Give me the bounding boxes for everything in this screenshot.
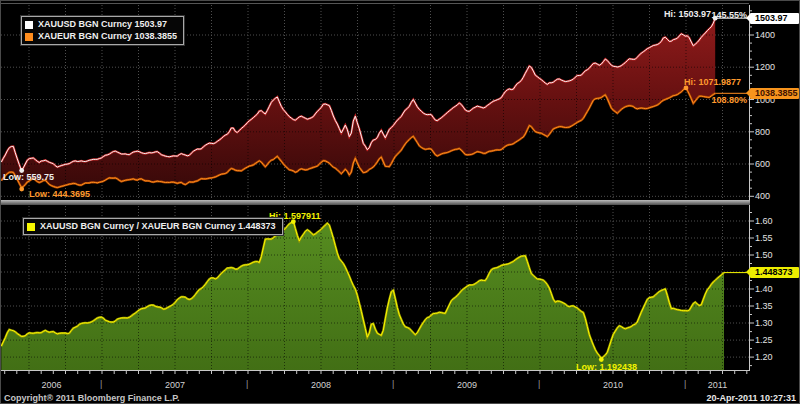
y-axis-tick-label: 1.30 — [755, 318, 773, 328]
y-axis-tick-label: 800 — [755, 127, 770, 137]
y-axis-tick-label: 1.25 — [755, 335, 773, 345]
bloomberg-chart-window: XAUUSD BGN Curncy 1503.97XAUEUR BGN Curn… — [0, 0, 800, 404]
y-axis-tick-label: 1.40 — [755, 284, 773, 294]
top-panel-plot-area[interactable] — [1, 5, 749, 199]
y-axis-tick-label: 1200 — [755, 62, 775, 72]
x-axis-year-separator: | — [100, 379, 102, 389]
y-axis-tick-label: 1.35 — [755, 301, 773, 311]
copyright-text: Copyright® 2011 Bloomberg Finance L.P. — [4, 393, 180, 403]
bottom-panel-plot-area[interactable] — [1, 206, 749, 370]
y-axis-tick-label: 600 — [755, 159, 770, 169]
x-axis-year-separator: | — [392, 379, 394, 389]
y-axis-tick-label: 1.50 — [755, 250, 773, 260]
y-axis-tick-label: 1400 — [755, 30, 775, 40]
panel-divider[interactable] — [1, 200, 750, 205]
datetime-text: 20-Apr-2011 10:27:31 — [706, 393, 796, 403]
x-axis-year-label: 2010 — [601, 380, 625, 390]
y-axis-tick-label: 1.55 — [755, 233, 773, 243]
x-axis-year-label: 2007 — [163, 380, 187, 390]
x-axis-year-separator: | — [246, 379, 248, 389]
x-axis-year-label: 2006 — [40, 380, 64, 390]
x-axis-year-separator: | — [684, 379, 686, 389]
last-price-box: 1.448373 — [750, 267, 799, 278]
x-axis-year-label: 2008 — [309, 380, 333, 390]
x-axis-year-label: 2011 — [706, 380, 730, 390]
x-axis-year-label: 2009 — [455, 380, 479, 390]
last-price-box: 1038.3855 — [750, 88, 799, 99]
y-axis-tick-label: 1.20 — [755, 352, 773, 362]
x-axis-year-separator: | — [538, 379, 540, 389]
y-axis-tick-label: 1.60 — [755, 216, 773, 226]
y-axis-tick-label: 400 — [755, 191, 770, 201]
last-price-box: 1503.97 — [750, 13, 799, 24]
